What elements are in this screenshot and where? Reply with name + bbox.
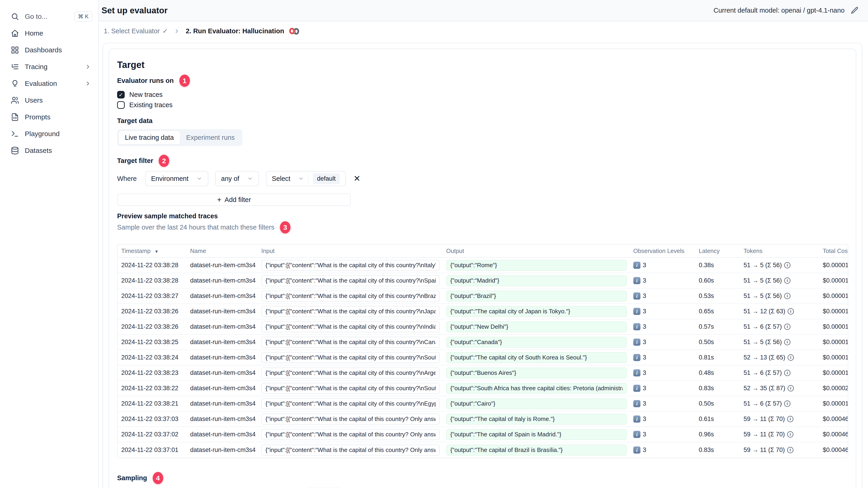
info-circle-icon: i — [787, 308, 794, 315]
filter-value-chip: default — [313, 173, 340, 184]
table-row[interactable]: 2024-11-22 03:38:22dataset-run-item-cm3s… — [118, 381, 848, 396]
info-circle-icon: i — [784, 324, 790, 330]
cell-name: dataset-run-item-cm3s4 — [186, 400, 258, 407]
input-preview-box[interactable]: {"input":[{"content":"What is the capita… — [261, 352, 440, 363]
sidebar-item-evaluation[interactable]: Evaluation — [0, 75, 98, 92]
info-circle-icon: i — [784, 293, 790, 299]
sidebar-item-users[interactable]: Users — [0, 92, 98, 108]
cell-observation-levels: i3 — [630, 447, 695, 454]
table-row[interactable]: 2024-11-22 03:38:24dataset-run-item-cm3s… — [118, 350, 848, 365]
cell-total-cost: $0.00046 ( — [819, 431, 848, 438]
cell-tokens: 52 → 35 (Σ 87)i — [740, 385, 819, 392]
table-row[interactable]: 2024-11-22 03:38:23dataset-run-item-cm3s… — [118, 365, 848, 381]
new-traces-checkbox[interactable]: ✓ — [117, 91, 125, 98]
annotation-badge-2: 2 — [159, 155, 169, 167]
sidebar-item-dashboards[interactable]: Dashboards — [0, 41, 98, 58]
table-row[interactable]: 2024-11-22 03:38:25dataset-run-item-cm3s… — [118, 335, 848, 350]
output-preview-box[interactable]: {"output":"Brazil"} — [446, 291, 627, 302]
cell-timestamp: 2024-11-22 03:38:28 — [118, 262, 186, 269]
input-preview-box[interactable]: {"input":[{"content":"What is the capita… — [261, 337, 440, 348]
output-preview-box[interactable]: {"output":"Cairo"} — [446, 398, 627, 409]
input-preview-box[interactable]: {"input":[{"content":"What is the capita… — [261, 291, 440, 302]
table-row[interactable]: 2024-11-22 03:38:21dataset-run-item-cm3s… — [118, 396, 848, 412]
info-square-icon: i — [633, 400, 641, 407]
sidebar-item-prompts[interactable]: Prompts — [0, 108, 98, 125]
cell-output: {"output":"Canada"} — [442, 337, 630, 348]
output-preview-box[interactable]: {"output":"The capital city of Japan is … — [446, 306, 627, 317]
input-preview-box[interactable]: {"input":[{"content":"What is the capita… — [261, 306, 440, 317]
evaluator-runs-on-label: Evaluator runs on 1 — [117, 75, 856, 87]
input-preview-box[interactable]: {"input":[{"content":"What is the capita… — [261, 367, 440, 379]
cell-input: {"input":[{"content":"What is the capita… — [258, 260, 442, 271]
output-preview-box[interactable]: {"output":"South Africa has three capita… — [446, 383, 627, 394]
input-preview-box[interactable]: {"input":[{"content":"What is the capita… — [261, 414, 440, 425]
output-preview-box[interactable]: {"output":"The capital city of South Kor… — [446, 352, 627, 363]
input-preview-box[interactable]: {"input":[{"content":"What is the capita… — [261, 383, 440, 394]
table-row[interactable]: 2024-11-22 03:37:02dataset-run-item-cm3s… — [118, 427, 848, 442]
output-preview-box[interactable]: {"output":"Buenos Aires"} — [446, 367, 627, 379]
existing-traces-label[interactable]: Existing traces — [129, 101, 173, 109]
sidebar-item-tracing[interactable]: Tracing — [0, 58, 98, 75]
cell-output: {"output":"Rome"} — [442, 260, 630, 271]
sidebar-item-datasets[interactable]: Datasets — [0, 142, 98, 159]
cell-latency: 0.61s — [695, 416, 740, 423]
sidebar-item-home[interactable]: Home — [0, 25, 98, 41]
input-preview-box[interactable]: {"input":[{"content":"What is the capita… — [261, 260, 440, 271]
preview-title: Preview sample matched traces — [117, 212, 856, 220]
output-preview-box[interactable]: {"output":"Canada"} — [446, 337, 627, 348]
filter-field-dropdown[interactable]: Environment — [145, 171, 208, 186]
tab-experiment-runs[interactable]: Experiment runs — [180, 131, 241, 144]
topbar: Set up evaluator Current default model: … — [99, 0, 868, 21]
input-preview-box[interactable]: {"input":[{"content":"What is the capita… — [261, 445, 440, 456]
output-preview-box[interactable]: {"output":"Rome"} — [446, 260, 627, 271]
input-preview-box[interactable]: {"input":[{"content":"What is the capita… — [261, 275, 440, 286]
existing-traces-checkbox[interactable] — [117, 101, 125, 109]
cell-total-cost: $0.000011 ( — [819, 277, 848, 284]
edit-model-button[interactable] — [850, 6, 859, 15]
input-preview-box[interactable]: {"input":[{"content":"What is the capita… — [261, 429, 440, 440]
cell-output: {"output":"Cairo"} — [442, 398, 630, 409]
output-preview-box[interactable]: {"output":"Madrid"} — [446, 275, 627, 286]
column-header-name: Name — [186, 248, 258, 255]
sidebar-item-playground[interactable]: Playground — [0, 125, 98, 142]
output-preview-box[interactable]: {"output":"New Delhi"} — [446, 321, 627, 332]
target-data-label: Target data — [117, 117, 856, 125]
breadcrumb-step-select-evaluator[interactable]: 1. Select Evaluator — [104, 27, 160, 35]
output-preview-box[interactable]: {"output":"The capital of Brazil is Bras… — [446, 445, 627, 456]
column-header-timestamp[interactable]: Timestamp ▼ — [118, 248, 186, 255]
goto-search[interactable]: Go to... ⌘ K — [0, 8, 98, 25]
table-row[interactable]: 2024-11-22 03:38:26dataset-run-item-cm3s… — [118, 319, 848, 335]
target-filter-label: Target filter 2 — [117, 155, 856, 167]
new-traces-label[interactable]: New traces — [129, 91, 162, 98]
output-preview-box[interactable]: {"output":"The capital of Spain is Madri… — [446, 429, 627, 440]
table-row[interactable]: 2024-11-22 03:37:03dataset-run-item-cm3s… — [118, 412, 848, 427]
cell-observation-levels: i3 — [630, 323, 695, 330]
info-square-icon: i — [633, 447, 641, 454]
table-row[interactable]: 2024-11-22 03:37:01dataset-run-item-cm3s… — [118, 442, 848, 458]
cell-latency: 0.81s — [695, 354, 740, 361]
table-row[interactable]: 2024-11-22 03:38:28dataset-run-item-cm3s… — [118, 258, 848, 273]
remove-filter-button[interactable]: ✕ — [353, 174, 361, 183]
cell-input: {"input":[{"content":"What is the capita… — [258, 337, 442, 348]
cell-input: {"input":[{"content":"What is the capita… — [258, 367, 442, 379]
output-preview-box[interactable]: {"output":"The capital of Italy is Rome.… — [446, 414, 627, 425]
datasets-icon — [10, 146, 19, 155]
cell-output: {"output":"Madrid"} — [442, 275, 630, 286]
add-filter-button[interactable]: + Add filter — [117, 194, 351, 206]
cell-output: {"output":"Brazil"} — [442, 291, 630, 302]
info-circle-icon: i — [784, 339, 790, 345]
input-preview-box[interactable]: {"input":[{"content":"What is the capita… — [261, 398, 440, 409]
tab-live-tracing-data[interactable]: Live tracing data — [119, 131, 180, 144]
input-preview-box[interactable]: {"input":[{"content":"What is the capita… — [261, 321, 440, 332]
sidebar: Go to... ⌘ K Home Dashboards Tracing Eva… — [0, 0, 99, 488]
filter-value-dropdown[interactable]: Select default — [266, 171, 346, 186]
existing-traces-checkbox-row[interactable]: Existing traces — [117, 101, 856, 109]
playground-icon — [10, 129, 19, 138]
new-traces-checkbox-row[interactable]: ✓ New traces — [117, 91, 856, 98]
info-square-icon: i — [633, 323, 641, 330]
filter-operator-dropdown[interactable]: any of — [215, 171, 259, 186]
table-row[interactable]: 2024-11-22 03:38:28dataset-run-item-cm3s… — [118, 273, 848, 289]
cell-input: {"input":[{"content":"What is the capita… — [258, 414, 442, 425]
table-row[interactable]: 2024-11-22 03:38:27dataset-run-item-cm3s… — [118, 289, 848, 304]
table-row[interactable]: 2024-11-22 03:38:26dataset-run-item-cm3s… — [118, 304, 848, 319]
